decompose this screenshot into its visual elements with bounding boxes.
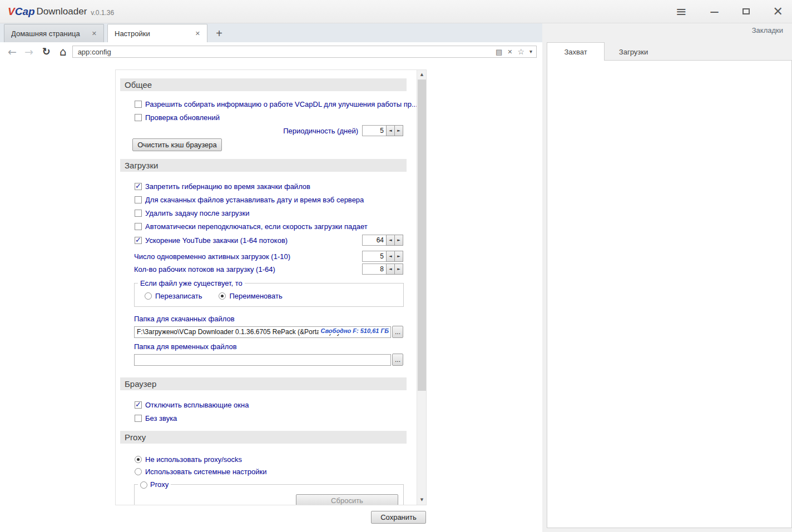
clear-address-icon[interactable]: ✕	[507, 49, 512, 55]
check-updates-label: Проверка обновлений	[145, 113, 220, 122]
temp-folder-browse-button[interactable]: ...	[392, 354, 403, 366]
overwrite-label: Перезаписать	[155, 292, 202, 300]
disable-popups-checkbox[interactable]	[135, 401, 142, 409]
address-input[interactable]	[77, 47, 491, 57]
auto-reconnect-row: Автоматически переподключаться, если ско…	[135, 222, 417, 231]
delete-task-label: Удалить задачу после загрузки	[145, 209, 249, 217]
proxy-groupbox: Proxy Сбросить	[134, 480, 404, 505]
delete-task-checkbox[interactable]	[135, 210, 142, 217]
period-spinner: 5 ◄ ►	[362, 125, 403, 136]
youtube-acceleration-checkbox[interactable]	[135, 237, 142, 244]
period-input[interactable]: 5	[362, 125, 387, 136]
no-proxy-label: Не использовать proxy/socks	[145, 455, 242, 464]
tab-close-icon[interactable]: ✕	[193, 29, 202, 38]
menu-icon[interactable]: ≡	[675, 5, 686, 18]
clear-cache-button[interactable]: Очистить кэш браузера	[132, 138, 222, 151]
mute-checkbox[interactable]	[135, 415, 142, 422]
forward-button[interactable]: →	[24, 47, 33, 57]
save-button[interactable]: Сохранить	[371, 511, 426, 524]
forbid-hibernation-checkbox[interactable]	[135, 183, 142, 190]
work-threads-decrement-button[interactable]: ◄	[386, 263, 395, 275]
tab-label: Домашняя страница	[11, 29, 90, 38]
mute-row: Без звука	[135, 414, 417, 422]
custom-proxy-radio[interactable]	[140, 481, 147, 489]
check-updates-row: Проверка обновлений	[135, 113, 417, 122]
settings-panel: Общее Разрешить собирать информацию о ра…	[115, 69, 427, 505]
system-proxy-row: Использовать системные настройки	[135, 467, 417, 476]
no-proxy-row: Не использовать proxy/socks	[135, 455, 417, 464]
settings-scrollbar[interactable]: ▲ ▼	[417, 70, 426, 505]
address-dropdown-icon[interactable]: ▾	[529, 49, 532, 54]
minimize-button[interactable]: —	[710, 7, 719, 16]
tab-close-icon[interactable]: ✕	[90, 29, 99, 38]
rename-label: Переименовать	[229, 292, 282, 300]
youtube-threads-spinner: 64 ◄ ►	[362, 235, 403, 246]
temp-folder-input[interactable]	[134, 354, 391, 366]
forbid-hibernation-label: Запретить гибернацию во время закачки фа…	[145, 182, 310, 191]
file-exists-groupbox: Если файл уже существует, то Перезаписат…	[134, 279, 404, 307]
overwrite-radio[interactable]	[145, 292, 152, 300]
bookmark-star-icon[interactable]: ☆	[517, 48, 524, 56]
scrollbar-down-button[interactable]: ▼	[417, 495, 427, 505]
active-downloads-input[interactable]: 5	[362, 251, 387, 262]
free-space-label: Свободно F: 510,61 ГБ	[319, 327, 389, 334]
scrollbar-thumb[interactable]	[418, 79, 426, 391]
tab-settings[interactable]: Настройки ✕	[107, 24, 207, 42]
auto-reconnect-checkbox[interactable]	[135, 223, 142, 230]
collect-info-checkbox[interactable]	[135, 101, 142, 108]
period-label: Периодичность (дней)	[283, 127, 358, 135]
check-updates-checkbox[interactable]	[135, 114, 142, 121]
tab-home-page[interactable]: Домашняя страница ✕	[4, 24, 104, 42]
server-datetime-label: Для скачанных файлов устанавливать дату …	[145, 196, 364, 204]
active-downloads-row: Число одновременно активных загрузок (1-…	[134, 251, 403, 262]
save-page-icon[interactable]: ▤	[496, 48, 502, 56]
active-downloads-label: Число одновременно активных загрузок (1-…	[134, 252, 290, 261]
version-label: v.0.1.36	[91, 9, 114, 17]
maximize-button[interactable]	[742, 7, 750, 16]
tab-downloads-side[interactable]: Загрузки	[605, 43, 662, 61]
hibernate-row: Запретить гибернацию во время закачки фа…	[135, 182, 417, 191]
custom-proxy-label: Proxy	[150, 480, 169, 489]
active-downloads-increment-button[interactable]: ►	[394, 251, 403, 262]
youtube-threads-increment-button[interactable]: ►	[394, 235, 403, 246]
work-threads-increment-button[interactable]: ►	[394, 263, 403, 275]
file-exists-options: Перезаписать Переименовать	[135, 287, 403, 306]
period-row: Периодичность (дней) 5 ◄ ►	[120, 125, 403, 137]
no-proxy-radio[interactable]	[135, 456, 142, 463]
rename-radio[interactable]	[219, 292, 226, 300]
download-folder-label: Папка для скачанных файлов	[134, 315, 417, 323]
refresh-button[interactable]: ↻	[42, 47, 51, 57]
server-datetime-row: Для скачанных файлов устанавливать дату …	[135, 195, 417, 204]
logo-v: V	[8, 6, 15, 18]
bookmarks-label[interactable]: Закладки	[752, 26, 783, 34]
system-proxy-radio[interactable]	[135, 468, 142, 475]
period-decrement-button[interactable]: ◄	[386, 125, 395, 136]
download-folder-row: Свободно F: 510,61 ГБ ...	[134, 326, 403, 338]
tab-strip: Домашняя страница ✕ Настройки ✕ +	[0, 23, 542, 42]
logo-cap: Cap	[15, 6, 35, 18]
youtube-acceleration-row: Ускорение YouTube закачки (1-64 потоков)…	[134, 235, 403, 246]
scrollbar-up-button[interactable]: ▲	[417, 70, 427, 79]
youtube-threads-input[interactable]: 64	[362, 235, 387, 246]
maximize-icon	[742, 8, 750, 14]
new-tab-button[interactable]: +	[212, 26, 226, 41]
disable-popups-label: Отключить всплывающие окна	[145, 401, 249, 409]
proxy-reset-button[interactable]: Сбросить	[296, 494, 398, 505]
proxy-group-title: Proxy	[138, 480, 171, 489]
server-datetime-checkbox[interactable]	[135, 196, 142, 203]
youtube-threads-decrement-button[interactable]: ◄	[386, 235, 395, 246]
back-button[interactable]: ←	[8, 47, 17, 57]
work-threads-input[interactable]: 8	[362, 263, 387, 275]
disable-popups-row: Отключить всплывающие окна	[135, 400, 417, 409]
file-exists-group-title: Если файл уже существует, то	[138, 279, 245, 287]
window-controls: ≡ — ✕	[675, 0, 783, 23]
work-threads-spinner: 8 ◄ ►	[362, 263, 403, 275]
home-button[interactable]: ⌂	[60, 46, 67, 57]
tab-label: Настройки	[115, 29, 193, 38]
address-bar[interactable]: ▤ ✕ ☆ ▾	[72, 46, 537, 58]
tab-capture[interactable]: Захват	[547, 42, 605, 61]
active-downloads-decrement-button[interactable]: ◄	[386, 251, 395, 262]
download-folder-browse-button[interactable]: ...	[392, 326, 403, 338]
close-button[interactable]: ✕	[773, 6, 783, 18]
period-increment-button[interactable]: ►	[394, 125, 403, 136]
